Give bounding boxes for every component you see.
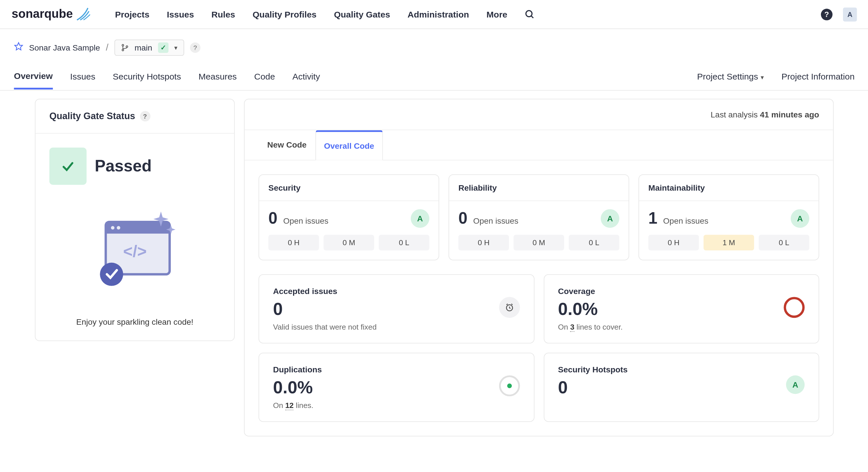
severity-pill[interactable]: 0 L	[758, 235, 809, 250]
accepted-sub: Valid issues that were not fixed	[273, 322, 377, 331]
quality-gate-title: Quality Gate Status	[50, 111, 135, 121]
project-name[interactable]: Sonar Java Sample	[29, 43, 100, 52]
svg-point-5	[122, 49, 123, 51]
help-icon[interactable]: ?	[190, 42, 200, 53]
top-nav: sonarqube Projects Issues Rules Quality …	[0, 0, 868, 29]
metric-value[interactable]: 1	[648, 209, 658, 227]
coverage-value: 0.0%	[558, 299, 623, 319]
coverage-card[interactable]: Coverage 0.0% On 3 lines to cover.	[544, 274, 819, 343]
metric-title: Reliability	[449, 175, 629, 201]
hotspots-value: 0	[558, 378, 628, 397]
severity-pill[interactable]: 0 H	[648, 235, 699, 250]
metric-value[interactable]: 0	[268, 209, 278, 227]
svg-point-4	[122, 45, 123, 46]
metric-card-security: Security0 Open issuesA0 H0 M0 L	[259, 174, 439, 260]
severity-pill[interactable]: 0 H	[458, 235, 509, 250]
nav-more[interactable]: More	[487, 9, 507, 19]
duplication-ring-icon	[499, 376, 520, 396]
quality-gate-status: Passed	[95, 157, 152, 175]
check-icon	[60, 159, 75, 174]
clean-code-illustration: </>	[50, 204, 220, 294]
avatar[interactable]: A	[843, 7, 857, 21]
accepted-title: Accepted issues	[273, 287, 377, 296]
content: Quality Gate Status ? Passed	[0, 91, 868, 445]
nav-links: Projects Issues Rules Quality Profiles Q…	[115, 9, 805, 19]
enjoy-message: Enjoy your sparkling clean code!	[50, 317, 220, 326]
rating-badge[interactable]: A	[791, 209, 809, 228]
accepted-issues-card[interactable]: Accepted issues 0 Valid issues that were…	[259, 274, 534, 343]
tab-security-hotspots[interactable]: Security Hotspots	[113, 65, 181, 88]
tab-issues[interactable]: Issues	[70, 65, 95, 88]
hotspots-rating: A	[786, 376, 805, 394]
coverage-title: Coverage	[558, 287, 623, 296]
project-settings-button[interactable]: Project Settings ▾	[697, 71, 764, 81]
metric-grid: Security0 Open issuesA0 H0 M0 LReliabili…	[245, 160, 833, 274]
code-tabs: New Code Overall Code	[245, 130, 833, 160]
svg-line-2	[531, 16, 534, 18]
metric-value[interactable]: 0	[458, 209, 468, 227]
coverage-donut-icon	[784, 297, 805, 318]
severity-row: 0 H0 M0 L	[458, 235, 619, 250]
help-icon[interactable]: ?	[821, 8, 832, 20]
metric-label: Open issues	[661, 216, 708, 225]
tab-overall-code[interactable]: Overall Code	[315, 130, 383, 160]
metric-title: Maintainability	[639, 175, 818, 201]
nav-quality-profiles[interactable]: Quality Profiles	[253, 9, 317, 19]
accepted-value: 0	[273, 299, 377, 319]
metric-card-reliability: Reliability0 Open issuesA0 H0 M0 L	[448, 174, 629, 260]
branch-name: main	[135, 43, 152, 52]
branch-selector[interactable]: main ✓ ▾	[114, 40, 184, 56]
duplications-value: 0.0%	[273, 378, 322, 397]
search-icon[interactable]	[525, 9, 535, 19]
svg-marker-3	[14, 42, 22, 50]
security-hotspots-card[interactable]: Security Hotspots 0 A	[544, 353, 819, 422]
chevron-down-icon: ▾	[761, 74, 764, 81]
rating-badge[interactable]: A	[411, 209, 429, 228]
metric-card-maintainability: Maintainability1 Open issuesA0 H1 M0 L	[639, 174, 819, 260]
svg-point-9	[111, 226, 115, 229]
severity-pill[interactable]: 0 H	[268, 235, 319, 250]
severity-pill[interactable]: 0 M	[514, 235, 564, 250]
metric-label: Open issues	[281, 216, 329, 225]
project-information-button[interactable]: Project Information	[782, 71, 855, 81]
severity-pill[interactable]: 1 M	[704, 235, 754, 250]
rating-badge[interactable]: A	[601, 209, 619, 228]
tab-measures[interactable]: Measures	[198, 65, 237, 88]
duplications-card[interactable]: Duplications 0.0% On 12 lines.	[259, 353, 534, 422]
nav-issues[interactable]: Issues	[167, 9, 194, 19]
check-icon: ✓	[158, 42, 168, 53]
severity-pill[interactable]: 0 L	[569, 235, 619, 250]
metric-title: Security	[259, 175, 439, 201]
severity-row: 0 H1 M0 L	[648, 235, 809, 250]
nav-administration[interactable]: Administration	[408, 9, 469, 19]
tab-overview[interactable]: Overview	[14, 64, 53, 89]
last-analysis: Last analysis 41 minutes ago	[245, 99, 833, 130]
duplications-title: Duplications	[273, 365, 322, 374]
hotspots-title: Security Hotspots	[558, 365, 628, 374]
tab-code[interactable]: Code	[254, 65, 275, 88]
breadcrumb: Sonar Java Sample / main ✓ ▾ ?	[0, 29, 868, 63]
logo[interactable]: sonarqube	[11, 5, 99, 23]
metric-label: Open issues	[471, 216, 518, 225]
severity-row: 0 H0 M0 L	[268, 235, 429, 250]
nav-rules[interactable]: Rules	[212, 9, 236, 19]
nav-quality-gates[interactable]: Quality Gates	[334, 9, 390, 19]
breadcrumb-separator: /	[106, 42, 108, 53]
svg-point-12	[100, 263, 123, 286]
nav-projects[interactable]: Projects	[115, 9, 150, 19]
chevron-down-icon: ▾	[174, 44, 178, 51]
svg-text:sonarqube: sonarqube	[11, 7, 73, 20]
favorite-icon[interactable]	[14, 42, 23, 53]
help-icon[interactable]: ?	[140, 111, 150, 121]
quality-gate-card: Quality Gate Status ? Passed	[35, 99, 235, 341]
clock-icon	[499, 297, 520, 318]
svg-text:</>: </>	[123, 242, 147, 260]
svg-point-1	[526, 10, 532, 17]
tab-new-code[interactable]: New Code	[259, 130, 315, 159]
analysis-card: Last analysis 41 minutes ago New Code Ov…	[244, 99, 834, 436]
severity-pill[interactable]: 0 L	[379, 235, 429, 250]
severity-pill[interactable]: 0 M	[323, 235, 374, 250]
svg-point-10	[117, 226, 120, 229]
duplications-sub: On 12 lines.	[273, 401, 322, 410]
tab-activity[interactable]: Activity	[292, 65, 320, 88]
